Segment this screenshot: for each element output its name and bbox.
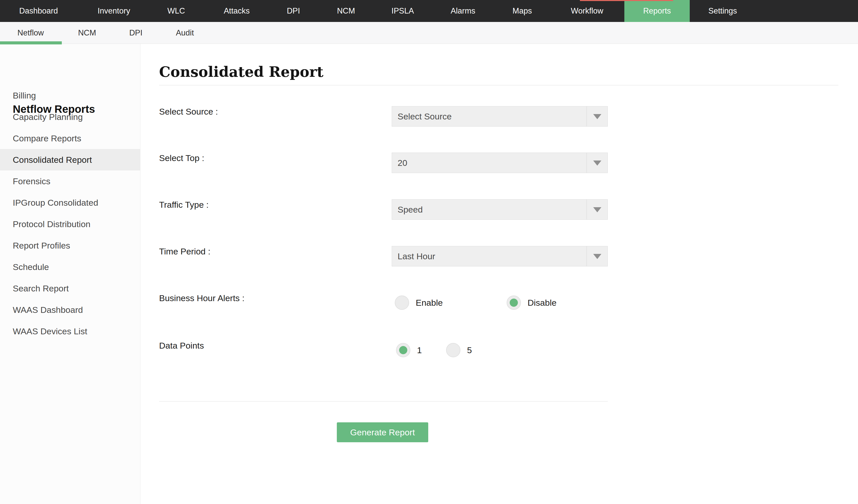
sidebar-item-protocol-distribution[interactable]: Protocol Distribution: [0, 213, 140, 235]
sidebar-item-waas-devices-list[interactable]: WAAS Devices List: [0, 321, 140, 342]
data-points-row: Data Points 1 5: [159, 340, 608, 361]
business-hour-alerts-row: Business Hour Alerts : Enable Disable: [159, 293, 608, 313]
chevron-down-icon[interactable]: [587, 107, 607, 126]
main-content: Consolidated Report Select Source : Sele…: [141, 44, 858, 504]
subtab-ncm[interactable]: NCM: [78, 22, 96, 44]
data-points-label: Data Points: [159, 340, 204, 351]
traffic-type-dropdown[interactable]: Speed: [392, 199, 608, 220]
time-period-value: Last Hour: [398, 246, 435, 266]
sub-tab-bar: Netflow NCM DPI Audit: [0, 22, 858, 44]
sidebar-item-schedule[interactable]: Schedule: [0, 256, 140, 278]
radio-unchecked-icon[interactable]: [446, 343, 460, 357]
page-title: Consolidated Report: [159, 63, 323, 80]
active-tab-underline: [0, 41, 62, 44]
topnav-item-reports-active[interactable]: Reports: [624, 0, 690, 22]
title-divider: [159, 85, 838, 85]
sidebar-item-report-profiles[interactable]: Report Profiles: [0, 235, 140, 256]
subtab-audit[interactable]: Audit: [176, 22, 194, 44]
radio-checked-icon[interactable]: [396, 343, 410, 357]
select-source-row: Select Source : Select Source: [159, 106, 608, 127]
data-points-1-label: 1: [417, 345, 422, 355]
chevron-down-icon[interactable]: [587, 199, 607, 220]
netflow-reports-sidebar: Netflow Reports Billing Capacity Plannin…: [0, 44, 140, 504]
app-window: Dashboard Inventory WLC Attacks DPI NCM …: [0, 0, 858, 504]
sidebar-item-compare-reports[interactable]: Compare Reports: [0, 128, 140, 149]
chevron-down-icon[interactable]: [587, 153, 607, 173]
sidebar-item-forensics[interactable]: Forensics: [0, 170, 140, 192]
time-period-label: Time Period :: [159, 246, 210, 257]
disable-radio-option[interactable]: Disable: [507, 295, 556, 310]
radio-checked-icon[interactable]: [507, 295, 521, 310]
topnav-item-ipsla[interactable]: IPSLA: [392, 0, 414, 22]
radio-unchecked-icon[interactable]: [395, 295, 409, 310]
top-navigation: Dashboard Inventory WLC Attacks DPI NCM …: [0, 0, 858, 22]
traffic-type-value: Speed: [398, 199, 423, 220]
select-source-value: Select Source: [398, 107, 452, 126]
select-top-dropdown[interactable]: 20: [392, 152, 608, 173]
topnav-item-ncm[interactable]: NCM: [337, 0, 355, 22]
topnav-item-dpi[interactable]: DPI: [287, 0, 300, 22]
subtab-netflow-active[interactable]: Netflow: [17, 22, 44, 44]
traffic-type-row: Traffic Type : Speed: [159, 199, 608, 220]
notification-strip: [580, 0, 673, 1]
chevron-down-icon[interactable]: [587, 246, 607, 266]
enable-radio-option[interactable]: Enable: [395, 295, 443, 310]
topnav-item-attacks[interactable]: Attacks: [224, 0, 250, 22]
sidebar-item-capacity-planning[interactable]: Capacity Planning: [0, 106, 140, 128]
select-source-dropdown[interactable]: Select Source: [392, 106, 608, 127]
data-points-5-label: 5: [467, 345, 472, 355]
sidebar-item-search-report[interactable]: Search Report: [0, 278, 140, 299]
traffic-type-label: Traffic Type :: [159, 199, 209, 210]
subtab-dpi[interactable]: DPI: [129, 22, 142, 44]
form-divider: [159, 401, 608, 402]
data-points-5-radio-option[interactable]: 5: [446, 343, 472, 357]
sidebar-item-waas-dashboard[interactable]: WAAS Dashboard: [0, 299, 140, 321]
select-top-label: Select Top :: [159, 152, 204, 163]
sidebar-item-ipgroup-consolidated[interactable]: IPGroup Consolidated: [0, 192, 140, 213]
select-top-value: 20: [398, 153, 407, 173]
business-hour-alerts-label: Business Hour Alerts :: [159, 293, 244, 304]
topnav-item-workflow[interactable]: Workflow: [571, 0, 603, 22]
time-period-dropdown[interactable]: Last Hour: [392, 246, 608, 266]
generate-report-button[interactable]: Generate Report: [337, 422, 428, 442]
topnav-item-maps[interactable]: Maps: [512, 0, 532, 22]
enable-option-label: Enable: [416, 298, 443, 308]
topnav-item-inventory[interactable]: Inventory: [97, 0, 130, 22]
disable-option-label: Disable: [528, 298, 556, 308]
sidebar-item-consolidated-report-selected[interactable]: Consolidated Report: [0, 149, 140, 170]
topnav-item-wlc[interactable]: WLC: [168, 0, 185, 22]
select-top-row: Select Top : 20: [159, 152, 608, 173]
time-period-row: Time Period : Last Hour: [159, 246, 608, 266]
topnav-item-dashboard[interactable]: Dashboard: [19, 0, 58, 22]
topnav-item-settings[interactable]: Settings: [708, 0, 737, 22]
sidebar-item-billing[interactable]: Billing: [0, 85, 140, 106]
select-source-label: Select Source :: [159, 106, 218, 117]
topnav-item-alarms[interactable]: Alarms: [451, 0, 475, 22]
data-points-1-radio-option[interactable]: 1: [396, 343, 422, 357]
